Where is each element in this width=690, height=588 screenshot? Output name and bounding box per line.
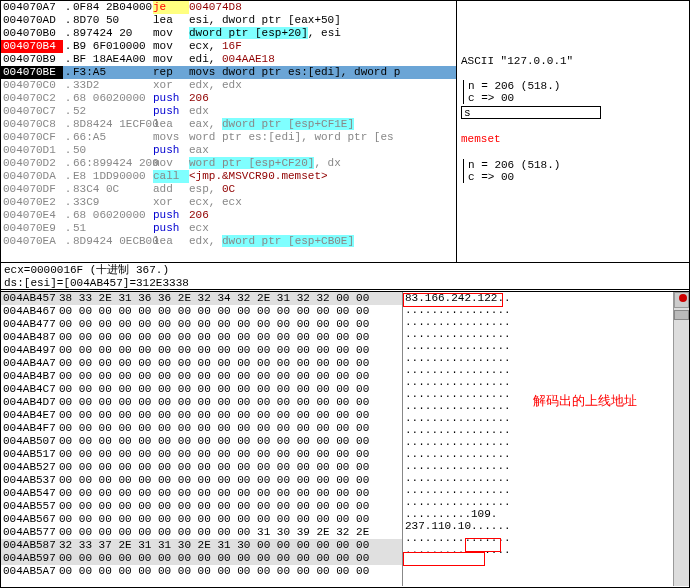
hex-row[interactable]: 004AB50700 00 00 00 00 00 00 00 00 00 00… — [1, 435, 402, 448]
hex-bytes: 00 00 00 00 00 00 00 00 00 00 00 00 00 0… — [59, 461, 402, 474]
breakpoint-dot[interactable]: . — [63, 66, 73, 79]
hex-row[interactable]: 004AB53700 00 00 00 00 00 00 00 00 00 00… — [1, 474, 402, 487]
addr: 004070EA — [1, 235, 63, 248]
annotation-box-ip2b — [403, 552, 485, 566]
disasm-row[interactable]: 004070DA.E8 1DD90000call<jmp.&MSVCR90.me… — [1, 170, 456, 183]
hex-row[interactable]: 004AB4B700 00 00 00 00 00 00 00 00 00 00… — [1, 370, 402, 383]
arg-n: n = 206 (518.) — [468, 80, 685, 92]
hex-addr: 004AB507 — [1, 435, 59, 448]
breakpoint-dot[interactable]: . — [63, 144, 73, 157]
disasm-row[interactable]: 004070A7.0F84 2B040000je004074D8 — [1, 1, 456, 14]
scroll-thumb[interactable] — [674, 310, 689, 320]
breakpoint-dot[interactable]: . — [63, 92, 73, 105]
operands: esi, dword ptr [eax+50] — [189, 14, 456, 27]
operands: ecx — [189, 222, 456, 235]
hex-dump-pane: 004AB45738 33 2E 31 36 36 2E 32 34 32 2E… — [1, 292, 689, 586]
hex-dump[interactable]: 004AB45738 33 2E 31 36 36 2E 32 34 32 2E… — [1, 292, 402, 586]
hex-row[interactable]: 004AB59700 00 00 00 00 00 00 00 00 00 00… — [1, 552, 402, 565]
disasm-row[interactable]: 004070C8.8D8424 1ECF00leaeax, dword ptr … — [1, 118, 456, 131]
hex-bytes: 00 00 00 00 00 00 00 00 00 00 00 00 00 0… — [59, 370, 402, 383]
mnemonic: lea — [153, 235, 189, 248]
breakpoint-dot[interactable]: . — [63, 131, 73, 144]
hex-row[interactable]: 004AB54700 00 00 00 00 00 00 00 00 00 00… — [1, 487, 402, 500]
disasm-row[interactable]: 004070D2.66:899424 200movword ptr [esp+C… — [1, 157, 456, 170]
ascii-text: ................ — [403, 364, 513, 376]
args-bracket-1: n = 206 (518.) c => 00 — [463, 80, 685, 104]
hex-row[interactable]: 004AB4E700 00 00 00 00 00 00 00 00 00 00… — [1, 409, 402, 422]
disasm-row[interactable]: 004070B9.BF 18AE4A00movedi, 004AAE18 — [1, 53, 456, 66]
ascii-text: ................ — [403, 316, 513, 328]
breakpoint-dot[interactable]: . — [63, 27, 73, 40]
disasm-row[interactable]: 004070AD.8D70 50leaesi, dword ptr [eax+5… — [1, 14, 456, 27]
hex-addr: 004AB4A7 — [1, 357, 59, 370]
disasm-row[interactable]: 004070EA.8D9424 0ECB00leaedx, dword ptr … — [1, 235, 456, 248]
disassembly-listing[interactable]: 004070A7.0F84 2B040000je004074D8004070AD… — [1, 1, 457, 262]
mnemonic: push — [153, 144, 189, 157]
addr: 004070E2 — [1, 196, 63, 209]
breakpoint-dot[interactable]: . — [63, 1, 73, 14]
operands: edx — [189, 105, 456, 118]
hex-row[interactable]: 004AB48700 00 00 00 00 00 00 00 00 00 00… — [1, 331, 402, 344]
operands: 004074D8 — [189, 1, 456, 14]
disasm-row[interactable]: 004070C7.52pushedx — [1, 105, 456, 118]
annotation-box-ip2a — [465, 538, 501, 552]
hex-row[interactable]: 004AB51700 00 00 00 00 00 00 00 00 00 00… — [1, 448, 402, 461]
hex-row[interactable]: 004AB5A700 00 00 00 00 00 00 00 00 00 00… — [1, 565, 402, 578]
hex-addr: 004AB457 — [1, 292, 59, 305]
hex-row[interactable]: 004AB4D700 00 00 00 00 00 00 00 00 00 00… — [1, 396, 402, 409]
disasm-row[interactable]: 004070E2.33C9xorecx, ecx — [1, 196, 456, 209]
addr: 004070E4 — [1, 209, 63, 222]
hex-row[interactable]: 004AB52700 00 00 00 00 00 00 00 00 00 00… — [1, 461, 402, 474]
breakpoint-dot[interactable]: . — [63, 170, 73, 183]
breakpoint-dot[interactable]: . — [63, 53, 73, 66]
breakpoint-dot[interactable]: . — [63, 183, 73, 196]
hex-row[interactable]: 004AB47700 00 00 00 00 00 00 00 00 00 00… — [1, 318, 402, 331]
operands: dword ptr [esp+20], esi — [189, 27, 456, 40]
disasm-row[interactable]: 004070D1.50pusheax — [1, 144, 456, 157]
hex-bytes: 00 00 00 00 00 00 00 00 00 00 00 00 00 0… — [59, 383, 402, 396]
breakpoint-dot[interactable]: . — [63, 118, 73, 131]
disasm-row[interactable]: 004070DF.83C4 0Caddesp, 0C — [1, 183, 456, 196]
breakpoint-dot[interactable]: . — [63, 40, 73, 53]
ascii-text: ................ — [403, 460, 513, 472]
ascii-text: ................ — [403, 388, 513, 400]
hex-bytes: 32 33 37 2E 31 31 30 2E 31 30 00 00 00 0… — [59, 539, 402, 552]
breakpoint-dot[interactable]: . — [63, 209, 73, 222]
hex-addr: 004AB577 — [1, 526, 59, 539]
breakpoint-dot[interactable]: . — [63, 196, 73, 209]
disasm-row[interactable]: 004070C2.68 06020000push206 — [1, 92, 456, 105]
breakpoint-dot[interactable]: . — [63, 157, 73, 170]
hex-row[interactable]: 004AB55700 00 00 00 00 00 00 00 00 00 00… — [1, 500, 402, 513]
disasm-row[interactable]: 004070E4.68 06020000push206 — [1, 209, 456, 222]
hex-ascii-column: 83.166.242.122..........................… — [402, 292, 689, 586]
hex-row[interactable]: 004AB4F700 00 00 00 00 00 00 00 00 00 00… — [1, 422, 402, 435]
hex-row[interactable]: 004AB58732 33 37 2E 31 31 30 2E 31 30 00… — [1, 539, 402, 552]
disasm-row[interactable]: 004070CF.66:A5movsword ptr es:[edi], wor… — [1, 131, 456, 144]
mnemonic: xor — [153, 79, 189, 92]
mnemonic: push — [153, 92, 189, 105]
disasm-row[interactable]: 004070BE.F3:A5repmovs dword ptr es:[edi]… — [1, 66, 456, 79]
hex-row[interactable]: 004AB57700 00 00 00 00 00 00 00 00 00 31… — [1, 526, 402, 539]
hex-row[interactable]: 004AB4A700 00 00 00 00 00 00 00 00 00 00… — [1, 357, 402, 370]
hex-row[interactable]: 004AB46700 00 00 00 00 00 00 00 00 00 00… — [1, 305, 402, 318]
hex-row[interactable]: 004AB4C700 00 00 00 00 00 00 00 00 00 00… — [1, 383, 402, 396]
hex-row[interactable]: 004AB56700 00 00 00 00 00 00 00 00 00 00… — [1, 513, 402, 526]
disasm-row[interactable]: 004070C0.33D2xoredx, edx — [1, 79, 456, 92]
hex-row[interactable]: 004AB45738 33 2E 31 36 36 2E 32 34 32 2E… — [1, 292, 402, 305]
breakpoint-dot[interactable]: . — [63, 14, 73, 27]
vertical-scrollbar[interactable] — [673, 292, 689, 586]
breakpoint-dot[interactable]: . — [63, 105, 73, 118]
disasm-row[interactable]: 004070E9.51pushecx — [1, 222, 456, 235]
hex-bytes: 00 00 00 00 00 00 00 00 00 00 00 00 00 0… — [59, 500, 402, 513]
hex-row[interactable]: 004AB49700 00 00 00 00 00 00 00 00 00 00… — [1, 344, 402, 357]
disassembly-pane: 004070A7.0F84 2B040000je004074D8004070AD… — [1, 1, 689, 262]
operands: movs dword ptr es:[edi], dword p — [189, 66, 456, 79]
disasm-row[interactable]: 004070B0.897424 20movdword ptr [esp+20],… — [1, 27, 456, 40]
hex-bytes: 8D8424 1ECF00 — [73, 118, 153, 131]
arg-n: n = 206 (518.) — [468, 159, 685, 171]
disasm-row[interactable]: 004070B4.B9 6F010000movecx, 16F — [1, 40, 456, 53]
operands: eax, dword ptr [esp+CF1E] — [189, 118, 456, 131]
breakpoint-dot[interactable]: . — [63, 235, 73, 248]
breakpoint-dot[interactable]: . — [63, 222, 73, 235]
breakpoint-dot[interactable]: . — [63, 79, 73, 92]
